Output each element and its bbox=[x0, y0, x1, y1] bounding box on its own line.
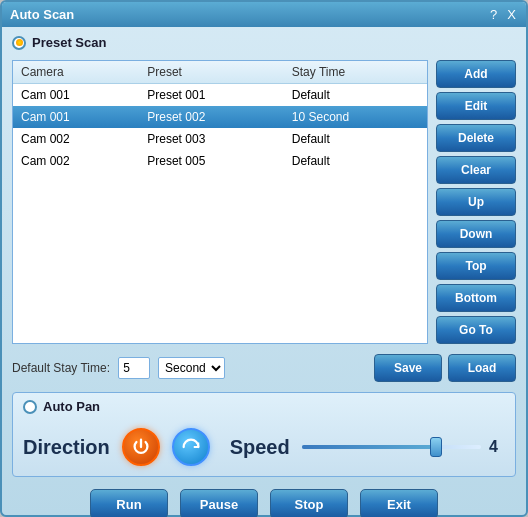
table-row[interactable]: Cam 001Preset 00210 Second bbox=[13, 106, 427, 128]
speed-label: Speed bbox=[230, 436, 290, 459]
side-buttons: Add Edit Delete Clear Up Down Top Bottom… bbox=[436, 60, 516, 344]
stop-button[interactable]: Stop bbox=[270, 489, 348, 517]
direction-refresh-icon[interactable] bbox=[172, 428, 210, 466]
default-stay-label: Default Stay Time: bbox=[12, 361, 110, 375]
exit-button[interactable]: Exit bbox=[360, 489, 438, 517]
go-to-button[interactable]: Go To bbox=[436, 316, 516, 344]
stay-time-unit-select[interactable]: Second Minute bbox=[158, 357, 225, 379]
speed-value: 4 bbox=[489, 438, 505, 456]
bottom-button[interactable]: Bottom bbox=[436, 284, 516, 312]
title-bar: Auto Scan ? X bbox=[2, 2, 526, 27]
refresh-svg bbox=[180, 436, 202, 458]
save-button[interactable]: Save bbox=[374, 354, 442, 382]
preset-table-container: Camera Preset Stay Time Cam 001Preset 00… bbox=[12, 60, 428, 344]
down-button[interactable]: Down bbox=[436, 220, 516, 248]
title-bar-controls: ? X bbox=[488, 7, 518, 22]
preset-scan-area: Camera Preset Stay Time Cam 001Preset 00… bbox=[12, 60, 516, 344]
delete-button[interactable]: Delete bbox=[436, 124, 516, 152]
edit-button[interactable]: Edit bbox=[436, 92, 516, 120]
slider-thumb[interactable] bbox=[430, 437, 442, 457]
col-stay-time: Stay Time bbox=[284, 61, 427, 84]
load-button[interactable]: Load bbox=[448, 354, 516, 382]
table-row[interactable]: Cam 002Preset 005Default bbox=[13, 150, 427, 172]
preset-scan-header: Preset Scan bbox=[12, 35, 516, 50]
close-button[interactable]: X bbox=[505, 7, 518, 22]
preset-table: Camera Preset Stay Time Cam 001Preset 00… bbox=[13, 61, 427, 172]
auto-pan-radio[interactable] bbox=[23, 400, 37, 414]
run-button[interactable]: Run bbox=[90, 489, 168, 517]
direction-power-icon[interactable] bbox=[122, 428, 160, 466]
direction-label: Direction bbox=[23, 436, 110, 459]
preset-scan-label: Preset Scan bbox=[32, 35, 106, 50]
table-row[interactable]: Cam 001Preset 001Default bbox=[13, 84, 427, 106]
col-camera: Camera bbox=[13, 61, 139, 84]
default-stay-row: Default Stay Time: Second Minute Save Lo… bbox=[12, 350, 516, 386]
stay-time-input[interactable] bbox=[118, 357, 150, 379]
col-preset: Preset bbox=[139, 61, 284, 84]
pause-button[interactable]: Pause bbox=[180, 489, 258, 517]
auto-pan-section: Auto Pan Direction bbox=[12, 392, 516, 477]
top-button[interactable]: Top bbox=[436, 252, 516, 280]
clear-button[interactable]: Clear bbox=[436, 156, 516, 184]
save-load-buttons: Save Load bbox=[374, 354, 516, 382]
add-button[interactable]: Add bbox=[436, 60, 516, 88]
auto-scan-window: Auto Scan ? X Preset Scan Camera Preset bbox=[0, 0, 528, 517]
slider-track bbox=[302, 445, 436, 449]
table-row[interactable]: Cam 002Preset 003Default bbox=[13, 128, 427, 150]
preset-scan-radio[interactable] bbox=[12, 36, 26, 50]
bottom-buttons: Run Pause Stop Exit bbox=[12, 483, 516, 517]
up-button[interactable]: Up bbox=[436, 188, 516, 216]
speed-slider[interactable] bbox=[302, 445, 481, 449]
window-title: Auto Scan bbox=[10, 7, 74, 22]
power-svg bbox=[130, 436, 152, 458]
speed-slider-container: 4 bbox=[302, 438, 505, 456]
auto-pan-label: Auto Pan bbox=[43, 399, 100, 414]
help-button[interactable]: ? bbox=[488, 7, 499, 22]
main-content: Preset Scan Camera Preset Stay Time Cam … bbox=[2, 27, 526, 517]
auto-pan-controls: Direction Speed bbox=[23, 424, 505, 470]
auto-pan-header: Auto Pan bbox=[23, 399, 505, 414]
